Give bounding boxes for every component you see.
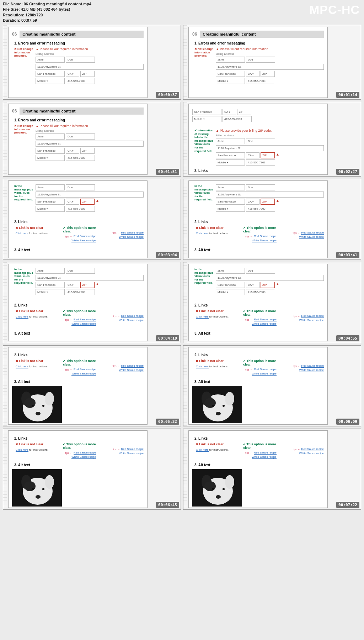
warning-icon: ▲ — [276, 282, 279, 288]
svg-point-20 — [24, 481, 36, 491]
ruler — [183, 25, 187, 99]
svg-point-22 — [42, 488, 44, 490]
thumbnail-10[interactable]: 2. Links Link is not clear Click here fo… — [183, 345, 361, 426]
thumbnail-2[interactable]: 06Creating meaningful content 1. Errors … — [183, 25, 361, 100]
svg-point-6 — [42, 405, 44, 407]
thumbnail-grid: 06Creating meaningful content 1. Errors … — [0, 23, 364, 511]
warning-icon: ▲ — [96, 199, 99, 205]
state-select[interactable]: CA — [66, 71, 79, 77]
thumbnail-8[interactable]: in the message plus visual cues for the … — [183, 262, 361, 343]
address-field[interactable]: 1120 Anywhere St. — [36, 64, 144, 70]
timestamp: 00:04:18 — [156, 335, 179, 341]
timestamp: 00:03:04 — [156, 252, 179, 258]
x-icon — [14, 47, 17, 51]
svg-point-5 — [32, 405, 34, 407]
svg-point-14 — [223, 405, 225, 407]
ruler — [3, 346, 7, 426]
thumbnail-5[interactable]: in the message plus visual cues for the … — [3, 179, 181, 260]
timestamp: 00:02:27 — [336, 169, 359, 175]
city-field[interactable]: San Francisco — [36, 71, 65, 77]
thumbnail-9[interactable]: 2. Links Link is not clear Click here fo… — [3, 345, 181, 426]
duration: Duration: 00:07:59 — [3, 18, 361, 23]
ruler — [3, 102, 7, 176]
warning-icon: ▲ — [96, 282, 99, 288]
svg-point-15 — [216, 412, 221, 415]
thumbnail-4[interactable]: San FranciscoCAZIP Mobile415-555-7903 In… — [183, 102, 361, 177]
file-size: File Size: 41,0 MB (43 002 464 bytes) — [3, 7, 361, 12]
timestamp: 00:04:55 — [336, 335, 359, 341]
timestamp: 00:06:45 — [156, 502, 179, 508]
x-icon — [14, 124, 17, 127]
svg-point-28 — [204, 481, 216, 491]
first-name-field[interactable]: Jane — [36, 57, 65, 63]
check-icon — [194, 129, 198, 132]
svg-point-29 — [212, 488, 214, 490]
ruler — [183, 429, 187, 509]
recipe-link[interactable]: Red Sauce recipe — [74, 235, 96, 238]
warning-icon: ▲ — [276, 152, 279, 158]
billing-form: Please fill out required information. Bi… — [36, 47, 144, 85]
svg-point-19 — [45, 475, 54, 489]
form-label: Billing address — [36, 52, 144, 56]
phone-type-select[interactable]: Mobile — [36, 78, 65, 84]
arrow-icon: tips — [65, 235, 69, 238]
svg-point-4 — [24, 398, 36, 408]
svg-point-3 — [45, 392, 54, 405]
timestamp: 00:05:32 — [156, 419, 179, 425]
ruler — [3, 25, 7, 99]
ruler — [183, 102, 187, 176]
thumbnail-12[interactable]: 2. Links Link is not clear Click here fo… — [183, 429, 361, 510]
svg-point-12 — [204, 398, 216, 408]
watermark-logo: MPC-HC — [309, 3, 360, 17]
error-message: Please fill out required information. — [36, 47, 144, 51]
svg-point-7 — [36, 412, 41, 415]
timestamp: 00:03:41 — [336, 252, 359, 258]
slide-page: 06Creating meaningful content 1. Errors … — [8, 27, 148, 98]
svg-point-30 — [223, 488, 225, 490]
dog-image — [12, 386, 62, 423]
ruler — [3, 429, 7, 509]
timestamp: 00:01:51 — [156, 169, 179, 175]
svg-point-23 — [36, 495, 41, 499]
ruler — [183, 179, 187, 259]
zip-field[interactable]: ZIP — [80, 71, 95, 77]
last-name-field[interactable]: Doe — [66, 57, 95, 63]
link-good-heading: This option is more clear. — [63, 226, 96, 233]
thumbnail-11[interactable]: 2. Links Link is not clear Click here fo… — [3, 429, 181, 510]
svg-point-31 — [216, 495, 221, 499]
slide-page: 06Creating meaningful content 1. Errors … — [188, 27, 328, 98]
timestamp: 00:00:37 — [156, 92, 179, 98]
ruler — [183, 262, 187, 343]
thumbnail-7[interactable]: in the message plus visual cues for the … — [3, 262, 181, 343]
ruler — [3, 179, 7, 259]
svg-point-13 — [212, 405, 214, 407]
svg-point-21 — [32, 488, 34, 490]
file-info-header: File Name: 06 Creating meaningful conten… — [0, 0, 364, 23]
svg-point-11 — [225, 392, 234, 405]
click-here-link[interactable]: Click here — [16, 232, 28, 235]
good-note: Information of missing info in the messa… — [194, 129, 214, 153]
ruler — [183, 346, 187, 426]
link-bad-heading: Link is not clear — [16, 226, 49, 230]
x-icon — [194, 47, 198, 51]
timestamp: 00:06:09 — [336, 419, 359, 425]
zip-field-error[interactable]: ZIP — [261, 152, 275, 158]
specific-error: Please provide your billing ZIP code. — [216, 129, 324, 132]
dog-image — [12, 469, 62, 507]
thumbnail-1[interactable]: 06Creating meaningful content 1. Errors … — [3, 25, 181, 100]
timestamp: 00:01:14 — [336, 92, 359, 98]
timestamp: 00:07:22 — [336, 502, 359, 508]
dog-image — [192, 469, 242, 507]
slide-title: Creating meaningful content — [20, 31, 144, 38]
dog-image — [192, 386, 242, 423]
thumbnail-6[interactable]: in the message plus visual cues for the … — [183, 179, 361, 260]
resolution: Resolution: 1280x720 — [3, 12, 361, 18]
warning-icon: ▲ — [276, 199, 279, 205]
ruler — [3, 262, 7, 343]
file-name: File Name: 06 Creating meaningful conten… — [3, 1, 361, 7]
recipe-link[interactable]: White Sauce recipe — [71, 239, 96, 242]
phone-field[interactable]: 415-555-7903 — [66, 78, 95, 84]
thumbnail-3[interactable]: 06Creating meaningful content 1. Errors … — [3, 102, 181, 177]
svg-point-27 — [225, 475, 234, 489]
slide-number: 06 — [12, 32, 17, 37]
